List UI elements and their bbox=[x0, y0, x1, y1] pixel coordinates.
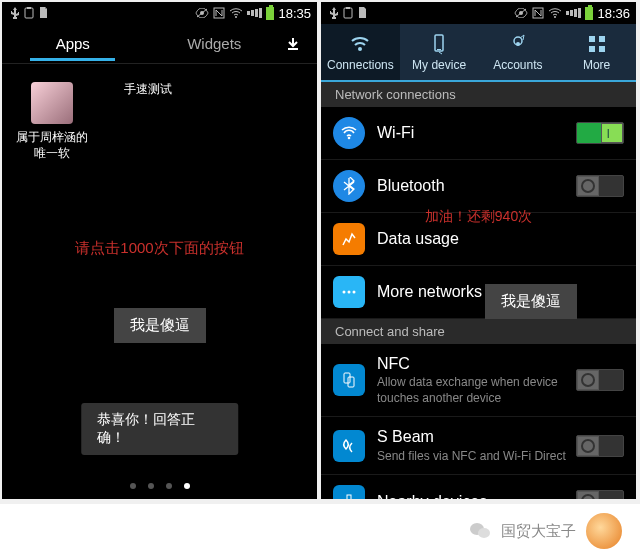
datausage-icon bbox=[333, 223, 365, 255]
page-dot[interactable] bbox=[130, 483, 136, 489]
wifi-icon bbox=[333, 117, 365, 149]
wechat-icon bbox=[469, 521, 491, 541]
connections-icon bbox=[348, 32, 372, 56]
nfc-icon bbox=[532, 7, 544, 19]
wifi-icon bbox=[548, 8, 562, 18]
tab-accounts[interactable]: Accounts bbox=[479, 24, 558, 80]
svg-rect-26 bbox=[348, 377, 354, 387]
row-title: Wi-Fi bbox=[377, 123, 576, 142]
eye-icon bbox=[514, 8, 528, 18]
section-header-share: Connect and share bbox=[321, 319, 636, 344]
overlay-prompt: 加油！还剩940次 bbox=[425, 208, 532, 226]
bluetooth-icon bbox=[333, 170, 365, 202]
tab-label: Connections bbox=[327, 58, 394, 72]
clipboard-icon bbox=[343, 7, 353, 19]
row-subtitle: Send files via NFC and Wi-Fi Direct bbox=[377, 449, 576, 465]
app-item[interactable]: 属于周梓涵的唯一软 bbox=[16, 82, 88, 161]
sbeam-toggle[interactable] bbox=[576, 435, 624, 457]
tab-mydevice[interactable]: My device bbox=[400, 24, 479, 80]
settings-tabs: Connections My device Accounts More bbox=[321, 24, 636, 82]
tab-label: Accounts bbox=[493, 58, 542, 72]
row-title: Bluetooth bbox=[377, 176, 576, 195]
app-item[interactable]: 手速测试 bbox=[112, 82, 184, 161]
nfc-icon bbox=[333, 364, 365, 396]
row-wifi[interactable]: Wi-Fi bbox=[321, 107, 636, 160]
watermark-avatar bbox=[586, 513, 622, 549]
section-header-network: Network connections bbox=[321, 82, 636, 107]
bluetooth-toggle[interactable] bbox=[576, 175, 624, 197]
svg-rect-18 bbox=[599, 36, 605, 42]
tab-label: My device bbox=[412, 58, 466, 72]
row-title: Data usage bbox=[377, 229, 624, 248]
wifi-toggle[interactable] bbox=[576, 122, 624, 144]
page-dot[interactable] bbox=[148, 483, 154, 489]
watermark-footer: 国贸大宝子 bbox=[0, 504, 640, 558]
svg-rect-25 bbox=[344, 373, 350, 383]
download-icon[interactable] bbox=[285, 36, 317, 52]
page-indicator bbox=[130, 483, 190, 489]
page-dot[interactable] bbox=[184, 483, 190, 489]
row-morenetworks[interactable]: More networks bbox=[321, 266, 636, 319]
tab-label: More bbox=[583, 58, 610, 72]
tab-widgets[interactable]: Widgets bbox=[144, 27, 286, 60]
launcher-tabs: Apps Widgets bbox=[2, 24, 317, 64]
usb-icon bbox=[10, 7, 20, 19]
sdcard-icon bbox=[38, 7, 48, 19]
app-label: 属于周梓涵的唯一软 bbox=[16, 130, 88, 161]
sbeam-icon bbox=[333, 430, 365, 462]
svg-rect-28 bbox=[347, 495, 351, 499]
row-nearby[interactable]: Nearby devices bbox=[321, 475, 636, 499]
nfc-toggle[interactable] bbox=[576, 369, 624, 391]
svg-rect-14 bbox=[437, 49, 441, 50]
more-networks-icon bbox=[333, 276, 365, 308]
device-icon bbox=[427, 32, 451, 56]
svg-rect-7 bbox=[346, 7, 350, 9]
signal-icon bbox=[247, 8, 262, 18]
overlay-prompt: 请点击1000次下面的按钮 bbox=[16, 239, 303, 258]
nfc-icon bbox=[213, 7, 225, 19]
row-bluetooth[interactable]: Bluetooth bbox=[321, 160, 636, 213]
overlay-button[interactable]: 我是傻逼 bbox=[114, 308, 206, 343]
svg-rect-6 bbox=[344, 8, 352, 18]
status-time: 18:35 bbox=[278, 6, 311, 21]
row-title: Nearby devices bbox=[377, 492, 576, 499]
page-dot[interactable] bbox=[166, 483, 172, 489]
row-nfc[interactable]: NFC Allow data exchange when device touc… bbox=[321, 344, 636, 417]
eye-icon bbox=[195, 8, 209, 18]
row-title: NFC bbox=[377, 354, 576, 373]
svg-point-23 bbox=[348, 291, 351, 294]
svg-rect-1 bbox=[27, 7, 31, 9]
svg-rect-19 bbox=[589, 46, 595, 52]
svg-rect-13 bbox=[435, 35, 443, 51]
svg-point-30 bbox=[478, 528, 490, 538]
nearby-toggle[interactable] bbox=[576, 490, 624, 499]
app-icon bbox=[31, 82, 73, 124]
svg-line-9 bbox=[516, 9, 526, 17]
svg-rect-20 bbox=[599, 46, 605, 52]
tab-more[interactable]: More bbox=[557, 24, 636, 80]
svg-point-21 bbox=[348, 137, 351, 140]
left-screenshot: 18:35 Apps Widgets 属于周梓涵的唯一软 手速测试 请点击100… bbox=[2, 2, 317, 499]
overlay-button[interactable]: 我是傻逼 bbox=[485, 284, 577, 319]
nearby-icon bbox=[333, 485, 365, 499]
battery-icon bbox=[585, 7, 593, 20]
app-grid: 属于周梓涵的唯一软 手速测试 请点击1000次下面的按钮 我是傻逼 恭喜你！回答… bbox=[2, 64, 317, 499]
sdcard-icon bbox=[357, 7, 367, 19]
watermark-label: 国贸大宝子 bbox=[501, 522, 576, 541]
svg-point-24 bbox=[353, 291, 356, 294]
status-bar: 18:35 bbox=[2, 2, 317, 24]
tab-apps[interactable]: Apps bbox=[2, 27, 144, 60]
status-bar: 18:36 bbox=[321, 2, 636, 24]
row-subtitle: Allow data exchange when device touches … bbox=[377, 375, 576, 406]
row-sbeam[interactable]: S Beam Send files via NFC and Wi-Fi Dire… bbox=[321, 417, 636, 475]
accounts-icon bbox=[506, 32, 530, 56]
wifi-icon bbox=[229, 8, 243, 18]
status-time: 18:36 bbox=[597, 6, 630, 21]
svg-point-16 bbox=[516, 42, 520, 46]
battery-icon bbox=[266, 7, 274, 20]
right-screenshot: 18:36 Connections My device Accounts Mor… bbox=[321, 2, 636, 499]
svg-point-11 bbox=[554, 16, 556, 18]
tab-connections[interactable]: Connections bbox=[321, 24, 400, 80]
svg-line-3 bbox=[197, 9, 207, 17]
svg-point-22 bbox=[343, 291, 346, 294]
